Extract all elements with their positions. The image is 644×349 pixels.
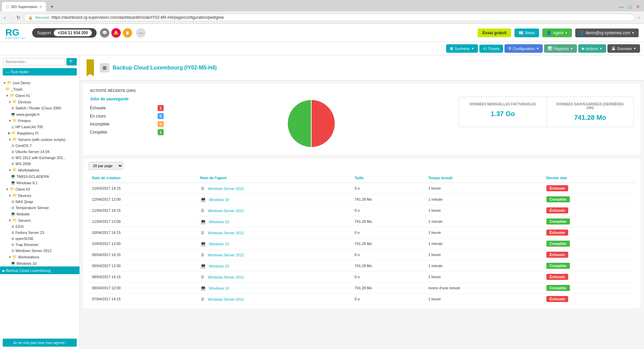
agent-link[interactable]: Windows 10: [209, 198, 229, 202]
cell-time: 1 minute: [425, 194, 543, 205]
tree-item-google[interactable]: 💻 www.google.fr: [0, 111, 79, 117]
status-badge[interactable]: Complète: [546, 263, 570, 269]
cell-time: moins d'une minute: [425, 283, 543, 294]
status-badge[interactable]: Échouée: [546, 296, 569, 302]
status-badge[interactable]: Complète: [546, 285, 570, 291]
agent-link[interactable]: Windows Server 2012: [208, 231, 244, 235]
tree-label: Live Demo: [13, 81, 31, 85]
agent-link[interactable]: Windows Server 2012: [208, 209, 244, 213]
tree-item-nas[interactable]: 🖥 NAS Qnap: [0, 199, 79, 205]
status-badge[interactable]: Complète: [546, 196, 570, 202]
user-btn[interactable]: 👤 demo@rg-systemes.com ▼: [575, 29, 639, 37]
tab-synthese[interactable]: ▦ Synthèse ▼: [446, 44, 478, 53]
tree-item-winserver[interactable]: 🖥 Windows Server 2012: [0, 248, 79, 254]
tree-item-workstations1[interactable]: ▼ 📁 Workstations: [0, 167, 79, 173]
close-btn[interactable]: ✕: [634, 3, 642, 10]
tree-item-ws2008[interactable]: 🖥 WS-2008: [0, 161, 79, 167]
per-page-select[interactable]: 20 par page 50 par page 100 par page: [89, 162, 123, 170]
cell-time: 1 heure: [425, 271, 543, 283]
col-date: Date de création: [89, 173, 197, 183]
cell-status: Échouée: [543, 271, 635, 283]
tree-item-switch[interactable]: 🖥 Switch / Router (Cisco 2960: [0, 105, 79, 111]
agent-link[interactable]: Windows Server 2012: [208, 253, 244, 257]
tree-item-ubuntu[interactable]: 🖥 Ubuntu Server 14.04: [0, 149, 79, 155]
agents-visibility-btn[interactable]: Je ne vois pas tous mes agents !: [3, 339, 77, 347]
tab-configuration[interactable]: ⚙ Configuration ▼: [504, 44, 543, 53]
tree-item-tab10[interactable]: 💻 TAB10-GCLADERA: [0, 173, 79, 180]
status-badge[interactable]: Échouée: [546, 230, 569, 236]
minimize-btn[interactable]: —: [617, 3, 626, 10]
tree-item-workstations2[interactable]: ▼ 📁 Workstations: [0, 254, 79, 260]
tree-item-raspberry[interactable]: ▶ 📁 Raspberry Pi: [0, 130, 79, 136]
tree-item-devices2[interactable]: ▼ 📁 Devices: [0, 192, 79, 199]
job-row-incomplete: Incomplète 0: [90, 120, 164, 128]
url-input[interactable]: 🔒 Sécurisé https://dashboard.rg-supervis…: [24, 14, 635, 21]
collapse-icon: ▼: [8, 194, 12, 198]
tree-item-tempsensor[interactable]: 🖥 Temperature Sensor: [0, 205, 79, 211]
table-row: 09/04/2017 14:15 🖥 Windows Server 2012 0…: [89, 249, 635, 260]
agent-link[interactable]: Windows 10: [209, 264, 229, 268]
status-badge[interactable]: Échouée: [546, 207, 569, 213]
chat-icon[interactable]: 💬: [100, 28, 109, 38]
job-label-complete: Complète: [90, 130, 107, 135]
tab-actions[interactable]: ▶ Actions ▼: [578, 44, 606, 53]
grid-icon-btn[interactable]: ⊞: [100, 63, 109, 72]
agent-link[interactable]: Windows Server 2012: [208, 187, 244, 191]
essai-btn[interactable]: Essai gratuit: [478, 29, 511, 37]
status-badge[interactable]: Complète: [546, 241, 570, 247]
agent-link[interactable]: Windows Server 2012: [208, 275, 244, 279]
tree-item-trash[interactable]: 📁 _Trash: [0, 86, 79, 92]
refresh-btn[interactable]: ↻: [15, 14, 22, 21]
tab-donnees[interactable]: 💾 Données ▼: [607, 44, 640, 53]
agent-link[interactable]: Windows Server 2012: [208, 297, 244, 301]
tree-item-printers[interactable]: ▼ 📁 Printers: [0, 117, 79, 124]
search-btn[interactable]: 🔍: [66, 58, 77, 65]
tree-item-servers2[interactable]: ▼ 📁 Servers: [0, 217, 79, 223]
tree-item-backupcloud[interactable]: ☁ Backup Cloud Luxembourg: [0, 266, 79, 274]
status-badge[interactable]: Échouée: [546, 185, 569, 191]
tree-item-opensuse[interactable]: 🖥 openSUSE: [0, 236, 79, 242]
tree-item-trapreceiver[interactable]: 🖥 Trap Receiver: [0, 242, 79, 248]
tree-item-servers1[interactable]: ▼ 📁 Servers (with custom scripts): [0, 136, 79, 143]
status-badge[interactable]: Échouée: [546, 274, 569, 280]
status-badge[interactable]: Complète: [546, 218, 570, 225]
tree-item-ws2012[interactable]: 🖥 WS 2012 with Exchange 201...: [0, 155, 79, 161]
tab-tickets[interactable]: 🏷 Tickets: [479, 45, 503, 53]
agent-link[interactable]: Windows 10: [209, 286, 229, 290]
tree-item-hp[interactable]: 🖨 HP LaserJet 700: [0, 124, 79, 130]
active-tab[interactable]: ⬡ RG Supervision ✕: [2, 2, 46, 11]
forward-btn[interactable]: ›: [9, 14, 13, 21]
new-tab-btn[interactable]: +: [47, 3, 57, 11]
tab-rapports[interactable]: 📊 Rapports ▼: [544, 44, 577, 53]
tree-item-client2[interactable]: ▼ 📁 Client #2: [0, 186, 79, 192]
search-input[interactable]: [3, 58, 65, 65]
donnees-arrow: ▼: [633, 47, 636, 50]
news-btn[interactable]: 📰 News: [515, 29, 539, 37]
back-btn[interactable]: ‹: [3, 14, 7, 21]
tree-item-live-demo[interactable]: ▼ 📁 Live Demo: [0, 80, 79, 86]
agent-btn[interactable]: 👤 Agent ▼: [542, 29, 572, 37]
cell-date: 10/04/2017 14:15: [89, 227, 197, 238]
tree-item-win10[interactable]: 💻 Windows 10: [0, 260, 79, 266]
status-badge[interactable]: Échouée: [546, 252, 569, 258]
reply-all-btn[interactable]: — Tout replier: [3, 68, 77, 76]
server-icon: 🖥: [11, 249, 14, 253]
agent-link[interactable]: Windows 10: [209, 220, 229, 224]
tree-item-client1[interactable]: ▼ 📁 Client #1: [0, 92, 79, 99]
user-label: demo@rg-systemes.com: [586, 31, 631, 35]
cell-time: 1 heure: [425, 205, 543, 216]
tree-item-win81[interactable]: 💻 Windows 8.1: [0, 180, 79, 186]
tree-item-website[interactable]: 💻 Website: [0, 211, 79, 217]
tree-item-centos[interactable]: 🖥 CentOS 7: [0, 143, 79, 149]
bookmark-btn[interactable]: ☆: [637, 15, 641, 20]
tree-item-fedora[interactable]: 🖥 Fedora Server 23: [0, 230, 79, 236]
tree-item-esxi[interactable]: 🖥 ESXi: [0, 223, 79, 230]
agent-link[interactable]: Windows 10: [209, 242, 229, 246]
alert-icon[interactable]: 🔔: [111, 28, 121, 38]
tree-item-devices1[interactable]: ▼ 📁 Devices: [0, 99, 79, 105]
tab-close-btn[interactable]: ✕: [39, 5, 42, 9]
maximize-btn[interactable]: □: [627, 3, 633, 10]
tree-label: Devices: [18, 194, 31, 198]
info-icon[interactable]: 📋: [123, 28, 132, 38]
more-btn[interactable]: ···: [136, 28, 146, 38]
